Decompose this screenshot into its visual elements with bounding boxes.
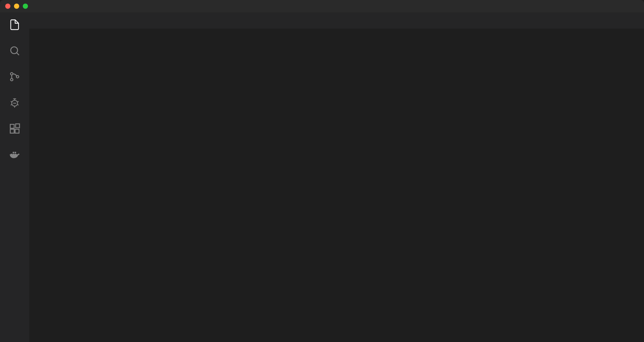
svg-point-2 <box>10 72 13 75</box>
svg-rect-14 <box>10 125 14 128</box>
svg-line-1 <box>17 53 19 55</box>
svg-rect-22 <box>15 152 16 153</box>
window-minimize-button[interactable] <box>14 4 19 9</box>
svg-point-0 <box>11 47 18 54</box>
gutter[interactable] <box>29 41 68 342</box>
svg-rect-16 <box>15 129 19 133</box>
breadcrumbs[interactable] <box>29 29 644 41</box>
window-maximize-button[interactable] <box>23 4 28 9</box>
docker-icon[interactable] <box>9 149 20 161</box>
body <box>0 12 644 342</box>
explorer-icon[interactable] <box>9 19 20 31</box>
code-content[interactable] <box>68 41 644 342</box>
window-close-button[interactable] <box>5 4 10 9</box>
titlebar <box>0 0 644 12</box>
svg-rect-15 <box>10 129 14 133</box>
search-icon[interactable] <box>9 45 20 57</box>
svg-rect-21 <box>13 152 14 153</box>
source-control-icon[interactable] <box>9 71 20 83</box>
extensions-icon[interactable] <box>9 123 20 135</box>
activity-bar <box>0 12 29 342</box>
tabstrip <box>29 12 644 29</box>
svg-rect-17 <box>16 124 20 128</box>
debug-icon[interactable] <box>9 97 20 109</box>
window <box>0 0 644 342</box>
traffic-lights <box>5 4 28 9</box>
code-editor[interactable] <box>29 41 644 342</box>
svg-point-3 <box>10 78 13 81</box>
editor-area <box>29 12 644 342</box>
